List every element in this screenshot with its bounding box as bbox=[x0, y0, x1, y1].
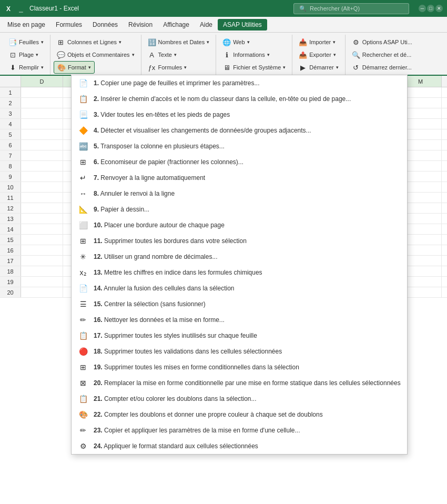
maximize-button[interactable]: □ bbox=[427, 5, 434, 12]
dropdown-item-19[interactable]: ⊞19. Supprimer toutes les mises en forme… bbox=[72, 359, 407, 375]
menu-bar: Mise en page Formules Données Révision A… bbox=[0, 17, 447, 33]
cell[interactable] bbox=[21, 119, 63, 129]
dropdown-item-21[interactable]: 📋21. Compter et/ou colorer les doublons … bbox=[72, 391, 407, 407]
dropdown-item-6[interactable]: ⊞6. Economiseur de papier (fractionner l… bbox=[72, 154, 407, 170]
ribbon-btn-objets[interactable]: 💬 Objets et Commentaires bbox=[54, 48, 138, 61]
demarrez-icon: ↺ bbox=[352, 63, 360, 72]
dropdown-item-15[interactable]: ☰15. Centrer la sélection (sans fusionne… bbox=[72, 296, 407, 312]
dropdown-item-24[interactable]: ⚙24. Appliquer le format standard aux ce… bbox=[72, 438, 407, 454]
cell[interactable] bbox=[21, 108, 63, 118]
ribbon-btn-texte[interactable]: A Texte bbox=[145, 48, 180, 61]
minimize-button[interactable]: ─ bbox=[419, 5, 426, 12]
cell[interactable] bbox=[21, 150, 63, 160]
menu-item-revision[interactable]: Révision bbox=[123, 19, 158, 31]
cell[interactable] bbox=[21, 235, 63, 245]
cell[interactable] bbox=[21, 98, 63, 108]
search-box[interactable]: 🔍 Rechercher (Alt+Q) bbox=[293, 3, 409, 14]
ribbon-btn-options-asap[interactable]: ⚙ Options ASAP Uti... bbox=[349, 36, 415, 48]
row-number: 13 bbox=[0, 214, 21, 224]
row-number: 15 bbox=[0, 235, 21, 245]
dropdown-item-text-3: 3. Vider toutes les en-têtes et les pied… bbox=[94, 111, 230, 118]
dropdown-item-22[interactable]: 🎨22. Compter les doublons et donner une … bbox=[72, 407, 407, 422]
dropdown-item-7[interactable]: ↵7. Renvoyer à la ligne automatiquement bbox=[72, 170, 407, 186]
ribbon-btn-colonnes[interactable]: ⊞ Colonnes et Lignes bbox=[54, 36, 125, 48]
ribbon-btn-feuilles[interactable]: 📑 Feuilles bbox=[5, 36, 47, 48]
ribbon-group-colonnes: ⊞ Colonnes et Lignes 💬 Objets et Comment… bbox=[50, 35, 141, 75]
dropdown-item-text-23: 23. Copier et appliquer les paramètres d… bbox=[94, 427, 300, 434]
cell[interactable] bbox=[21, 245, 63, 255]
dropdown-item-icon-7: ↵ bbox=[78, 173, 88, 183]
cell[interactable] bbox=[21, 140, 63, 150]
dropdown-item-8[interactable]: ↔8. Annuler le renvoi à la ligne bbox=[72, 186, 407, 201]
dropdown-item-23[interactable]: ✏23. Copier et appliquer les paramètres … bbox=[72, 422, 407, 438]
cell[interactable] bbox=[21, 277, 63, 287]
dropdown-item-11[interactable]: ⊞11. Supprimer toutes les bordures dans … bbox=[72, 233, 407, 249]
dropdown-item-icon-21: 📋 bbox=[78, 394, 88, 404]
dropdown-item-icon-16: ✏ bbox=[78, 315, 88, 325]
cell[interactable] bbox=[21, 203, 63, 213]
dropdown-item-text-15: 15. Centrer la sélection (sans fusionner… bbox=[94, 300, 206, 308]
ribbon-btn-demarrez-dernier[interactable]: ↺ Démarrez dernier... bbox=[349, 61, 415, 74]
dropdown-item-text-9: 9. Papier à dessin... bbox=[94, 206, 149, 213]
dropdown-item-icon-20: ⊠ bbox=[78, 378, 88, 388]
menu-item-mise-en-page[interactable]: Mise en page bbox=[2, 19, 50, 31]
dropdown-item-text-10: 10. Placer une bordure autour de chaque … bbox=[94, 221, 225, 229]
menu-item-affichage[interactable]: Affichage bbox=[158, 19, 195, 31]
dropdown-item-12[interactable]: ✳12. Utiliser un grand nombre de décimal… bbox=[72, 249, 407, 265]
search-placeholder: Rechercher (Alt+Q) bbox=[310, 5, 360, 12]
cell[interactable] bbox=[21, 214, 63, 224]
dropdown-item-13[interactable]: x₂13. Mettre les chiffres en indice dans… bbox=[72, 265, 407, 280]
dropdown-item-icon-8: ↔ bbox=[78, 188, 88, 199]
ribbon-btn-informations[interactable]: ℹ Informations bbox=[219, 48, 273, 61]
menu-item-donnees[interactable]: Données bbox=[87, 19, 123, 31]
cell[interactable] bbox=[21, 161, 63, 171]
row-number: 10 bbox=[0, 182, 21, 192]
dropdown-item-4[interactable]: 🔶4. Détecter et visualiser les changemen… bbox=[72, 123, 407, 138]
dropdown-item-16[interactable]: ✏16. Nettoyer les données et la mise en … bbox=[72, 312, 407, 328]
ribbon-btn-formules[interactable]: ƒx Formules bbox=[145, 61, 190, 74]
ribbon-btn-exporter[interactable]: 📤 Exporter bbox=[296, 48, 339, 61]
ribbon-btn-demarrer[interactable]: ▶ Démarrer bbox=[296, 61, 341, 74]
row-number: 8 bbox=[0, 161, 21, 171]
fichier-icon: 🖥 bbox=[222, 63, 231, 72]
title-bar: X ⎯ Classeur1 - Excel 🔍 Rechercher (Alt+… bbox=[0, 0, 447, 17]
ribbon-btn-importer[interactable]: 📥 Importer bbox=[296, 36, 339, 48]
dropdown-item-10[interactable]: ⬜10. Placer une bordure autour de chaque… bbox=[72, 217, 407, 233]
dropdown-item-14[interactable]: 📄14. Annuler la fusion des cellules dans… bbox=[72, 280, 407, 296]
dropdown-item-text-2: 2. Insérer le chemin d'accès et le nom d… bbox=[94, 95, 351, 103]
dropdown-item-2[interactable]: 📋2. Insérer le chemin d'accès et le nom … bbox=[72, 91, 407, 107]
ribbon-btn-rechercher[interactable]: 🔍 Rechercher et dé... bbox=[349, 48, 415, 61]
dropdown-item-icon-24: ⚙ bbox=[78, 441, 88, 451]
dropdown-item-3[interactable]: 📃3. Vider toutes les en-têtes et les pie… bbox=[72, 107, 407, 123]
dropdown-item-icon-4: 🔶 bbox=[78, 125, 88, 136]
dropdown-item-20[interactable]: ⊠20. Remplacer la mise en forme conditio… bbox=[72, 375, 407, 391]
ribbon-btn-plage[interactable]: ⊡ Plage bbox=[5, 48, 42, 61]
ribbon-btn-remplir[interactable]: ⬇ Remplir bbox=[5, 61, 47, 74]
ribbon-btn-web[interactable]: 🌐 Web bbox=[219, 36, 252, 48]
cell[interactable] bbox=[21, 87, 63, 97]
cell[interactable] bbox=[21, 182, 63, 192]
cell[interactable] bbox=[21, 193, 63, 203]
cell[interactable] bbox=[21, 172, 63, 182]
menu-item-formules[interactable]: Formules bbox=[50, 19, 87, 31]
menu-item-asap[interactable]: ASAP Utilities bbox=[218, 19, 267, 31]
cell[interactable] bbox=[21, 287, 63, 297]
dropdown-item-17[interactable]: 📋17. Supprimer toutes les styles inutili… bbox=[72, 328, 407, 344]
dropdown-item-5[interactable]: 🔤5. Transposer la colonne en plusieurs é… bbox=[72, 138, 407, 154]
dropdown-item-text-17: 17. Supprimer toutes les styles inutilis… bbox=[94, 332, 257, 339]
dropdown-item-text-4: 4. Détecter et visualiser les changement… bbox=[94, 127, 311, 134]
dropdown-item-1[interactable]: 📄1. Copier une page de feuilles et impri… bbox=[72, 75, 407, 91]
ribbon-btn-format[interactable]: 🎨 Format bbox=[54, 61, 95, 74]
menu-item-aide[interactable]: Aide bbox=[195, 19, 218, 31]
cell[interactable] bbox=[21, 224, 63, 234]
ribbon-btn-fichier[interactable]: 🖥 Fichier et Système bbox=[219, 61, 289, 74]
cell[interactable] bbox=[21, 256, 63, 266]
cell[interactable] bbox=[21, 266, 63, 276]
cell[interactable] bbox=[21, 129, 63, 139]
feuilles-icon: 📑 bbox=[8, 38, 17, 46]
dropdown-item-9[interactable]: 📐9. Papier à dessin... bbox=[72, 201, 407, 217]
row-number: 16 bbox=[0, 245, 21, 255]
ribbon-btn-nombres[interactable]: 🔢 Nombres et Dates bbox=[145, 36, 213, 48]
dropdown-item-18[interactable]: 🔴18. Supprimer toutes les validations da… bbox=[72, 344, 407, 359]
close-button[interactable]: ✕ bbox=[435, 5, 443, 12]
